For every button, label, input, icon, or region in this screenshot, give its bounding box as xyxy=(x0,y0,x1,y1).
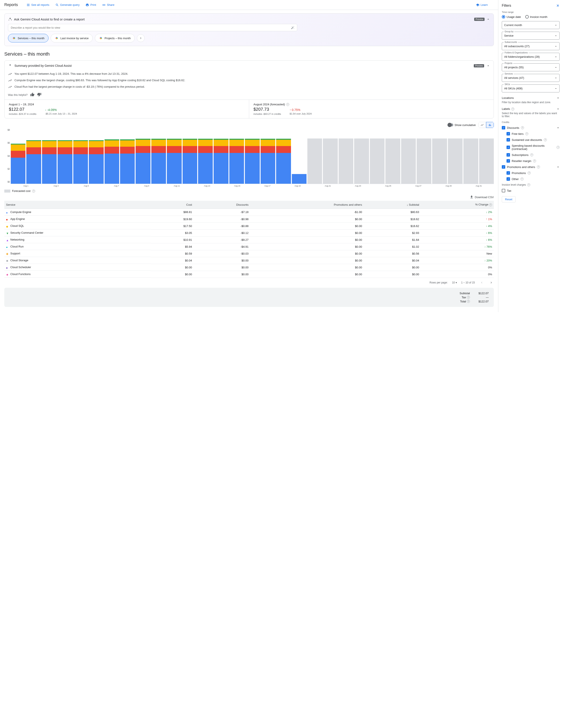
table-row[interactable]: ★Cloud Functions$0.00$0.00$0.00$0.000% xyxy=(4,271,494,278)
help-icon[interactable]: ? xyxy=(511,107,514,110)
promotions-others-checkbox[interactable]: Promotions and others? xyxy=(502,164,560,170)
promotions-checkbox[interactable]: Promotions? xyxy=(507,170,560,176)
download-csv-button[interactable]: Download CSV xyxy=(4,195,494,199)
chart-bar[interactable] xyxy=(276,129,291,184)
table-row[interactable]: ●Cloud Scheduler$0.00$0.00$0.00$0.000% xyxy=(4,264,494,271)
thumbs-up-button[interactable] xyxy=(30,92,34,97)
rows-per-page-select[interactable]: 10 ▾ xyxy=(452,281,457,284)
chip-last-invoice[interactable]: Last invoice by service xyxy=(51,34,93,42)
chart-bar[interactable] xyxy=(479,129,494,184)
chart-bar[interactable] xyxy=(463,129,478,184)
chart-bar[interactable] xyxy=(89,129,103,184)
share-link[interactable]: Share xyxy=(102,3,114,7)
chart-bar[interactable] xyxy=(104,129,119,184)
help-icon[interactable]: ? xyxy=(32,190,35,193)
help-icon[interactable]: ? xyxy=(467,300,470,303)
table-header[interactable]: Discounts xyxy=(194,201,250,209)
chart-bar[interactable] xyxy=(198,129,213,184)
chart-bar[interactable] xyxy=(167,129,181,184)
projects-select[interactable]: ProjectsAll projects (55) xyxy=(502,63,560,71)
help-icon[interactable]: ? xyxy=(533,159,536,162)
chart-bar[interactable] xyxy=(58,129,72,184)
free-tiers-checkbox[interactable]: Free tiers? xyxy=(507,131,560,137)
sustained-use-checkbox[interactable]: Sustained use discounts? xyxy=(507,137,560,143)
help-icon[interactable]: ? xyxy=(530,153,533,156)
table-row[interactable]: ◆Cloud SQL$17.50-$0.88$0.00$16.62↓4% xyxy=(4,222,494,229)
table-header[interactable]: Cost xyxy=(151,201,194,209)
table-header[interactable]: Service xyxy=(4,201,151,209)
help-icon[interactable]: ? xyxy=(528,171,531,174)
time-range-select[interactable]: Current month xyxy=(502,21,560,29)
thumbs-down-button[interactable] xyxy=(37,92,41,97)
usage-date-radio[interactable]: Usage date xyxy=(502,15,521,19)
print-link[interactable]: Print xyxy=(86,3,96,7)
discounts-checkbox[interactable]: Discounts? xyxy=(502,125,560,131)
chart-bar[interactable] xyxy=(229,129,244,184)
services-select[interactable]: ServicesAll services (47) xyxy=(502,74,560,82)
cumulative-toggle[interactable]: Show cumulative xyxy=(448,123,476,127)
chips-next-button[interactable] xyxy=(137,34,145,42)
expand-sidebar-icon[interactable] xyxy=(555,3,560,8)
toggle-switch[interactable] xyxy=(448,123,453,126)
help-icon[interactable]: ? xyxy=(521,126,524,129)
table-header[interactable]: Promotions and others xyxy=(250,201,364,209)
chart-bar[interactable] xyxy=(182,129,197,184)
labels-section[interactable]: Labels? xyxy=(502,106,560,112)
table-row[interactable]: ●Cloud Run$5.94-$4.91$0.00$1.02↓76% xyxy=(4,243,494,250)
chart-bar[interactable] xyxy=(213,129,228,184)
chart-bar[interactable] xyxy=(245,129,259,184)
reseller-margin-checkbox[interactable]: Reseller margin? xyxy=(507,158,560,164)
help-icon[interactable]: ? xyxy=(286,103,289,106)
chart-bar[interactable] xyxy=(260,129,275,184)
next-page-button[interactable] xyxy=(489,280,494,285)
chart-bar[interactable] xyxy=(120,129,135,184)
locations-section[interactable]: Locations xyxy=(502,95,560,101)
subaccounts-select[interactable]: SubaccountsAll subaccounts (27) xyxy=(502,42,560,50)
chart-bar[interactable] xyxy=(73,129,88,184)
collapse-icon[interactable] xyxy=(486,64,490,68)
tax-checkbox[interactable]: Tax xyxy=(502,188,560,194)
table-row[interactable]: ●Compute Engine$88.81-$7.18-$1.00$80.63↓… xyxy=(4,209,494,216)
other-checkbox[interactable]: Other? xyxy=(507,176,560,182)
help-icon[interactable]: ? xyxy=(525,132,528,135)
table-row[interactable]: ▼Security Command Center$3.05-$0.12$0.00… xyxy=(4,229,494,236)
group-by-select[interactable]: Group byService xyxy=(502,32,560,40)
table-header[interactable]: ↓ Subtotal xyxy=(364,201,421,209)
chart-bar[interactable] xyxy=(308,129,322,184)
learn-link[interactable]: Learn xyxy=(476,3,488,7)
help-icon[interactable]: ? xyxy=(537,165,540,168)
chart-bar[interactable] xyxy=(135,129,150,184)
chart-bar[interactable] xyxy=(385,129,400,184)
generate-query-link[interactable]: Generate query xyxy=(55,3,79,7)
gemini-search-input[interactable] xyxy=(8,24,297,31)
prev-page-button[interactable] xyxy=(479,280,484,285)
chart-bar[interactable] xyxy=(323,129,338,184)
subscriptions-checkbox[interactable]: Subscriptions? xyxy=(507,152,560,158)
chart-bar[interactable] xyxy=(11,129,25,184)
table-row[interactable]: ▲Networking$10.91-$9.27$0.00$1.64↓6% xyxy=(4,236,494,243)
help-icon[interactable]: ? xyxy=(557,146,560,149)
skus-select[interactable]: SKUsAll SKUs (408) xyxy=(502,84,560,92)
reset-button[interactable]: Reset xyxy=(502,196,516,202)
table-row[interactable]: ✚Support$0.59-$0.03$0.00$0.56New xyxy=(4,250,494,257)
chart-bar[interactable] xyxy=(432,129,447,184)
chart-bar[interactable] xyxy=(292,129,307,184)
help-icon[interactable]: ? xyxy=(489,203,492,206)
chart-bar[interactable] xyxy=(354,129,369,184)
see-all-reports-link[interactable]: See all reports xyxy=(26,3,49,7)
folders-select[interactable]: Folders & OrganizationsAll folders/organ… xyxy=(502,53,560,61)
spending-based-checkbox[interactable]: Spending based discounts (contractual)? xyxy=(507,143,560,152)
invoice-month-radio[interactable]: Invoice month xyxy=(525,15,547,19)
chart-bar[interactable] xyxy=(401,129,416,184)
chart-bar[interactable] xyxy=(42,129,57,184)
chip-services-this-month[interactable]: Services – this month xyxy=(8,34,48,42)
chart-bar[interactable] xyxy=(151,129,166,184)
help-icon[interactable]: ? xyxy=(467,296,470,299)
help-icon[interactable]: ? xyxy=(544,138,547,141)
help-icon[interactable]: ? xyxy=(527,183,530,186)
table-row[interactable]: ✖Cloud Storage$0.04$0.00$0.00$0.04↓20% xyxy=(4,257,494,264)
help-icon[interactable]: ? xyxy=(521,177,524,180)
line-view-button[interactable] xyxy=(478,122,486,128)
chart-bar[interactable] xyxy=(448,129,463,184)
chip-projects-this-month[interactable]: Projects – this month xyxy=(95,34,135,42)
